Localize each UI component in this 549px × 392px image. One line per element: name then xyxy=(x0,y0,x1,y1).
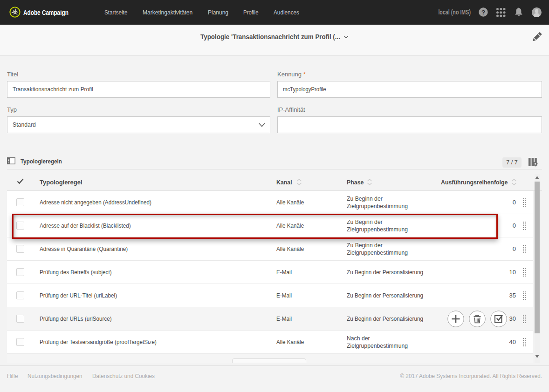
svg-text:?: ? xyxy=(481,9,485,16)
